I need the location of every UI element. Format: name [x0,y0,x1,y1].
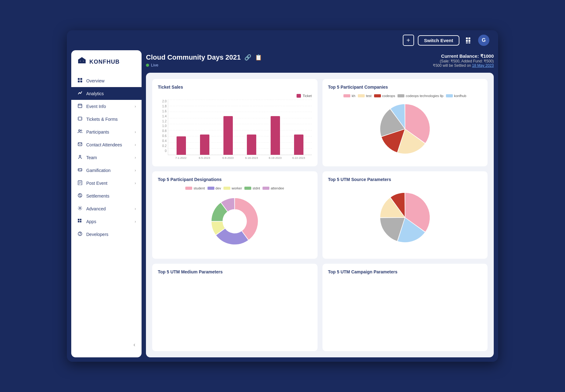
sidebar-item-analytics[interactable]: Analytics [71,87,142,100]
sidebar-item-developers[interactable]: Developers [71,228,142,241]
gamification-chevron: › [135,168,136,173]
tickets-icon [77,116,83,122]
overview-label: Overview [86,78,136,83]
sidebar-item-event-info[interactable]: Event Info › [71,100,142,113]
svg-point-25 [81,169,81,170]
svg-point-18 [79,130,80,131]
user-avatar[interactable]: G [478,35,489,46]
svg-rect-9 [80,78,82,80]
bar [177,136,186,155]
svg-rect-35 [78,221,79,223]
event-copy-button[interactable]: 📋 [255,54,262,61]
svg-rect-11 [80,81,82,82]
sidebar-item-contact-attendees[interactable]: Contact Attendees › [71,138,142,151]
top5-designations-chart: Top 5 Participant Designations studentde… [152,171,318,259]
post-event-chevron: › [135,181,136,185]
top5-utm-campaign-title: Top 5 UTM Campaign Parameters [328,269,482,274]
advanced-icon [77,206,83,212]
sidebar-item-gamification[interactable]: Gamification › [71,164,142,177]
team-chevron: › [135,155,136,160]
legend-item: attendee [262,186,284,190]
top5-utm-medium-title: Top 5 UTM Medium Parameters [158,269,312,274]
top5-designations-title: Top 5 Participant Designations [158,177,312,182]
bar-group [241,135,262,155]
top5-utm-source-chart: Top 5 UTM Source Parameters [322,171,488,259]
sidebar-item-overview[interactable]: Overview [71,74,142,87]
settlements-label: Settlements [86,194,136,198]
companies-legend: khtestcodeopscodeops technologies llpkon… [343,94,466,98]
bar [294,135,303,155]
svg-point-13 [80,93,81,94]
legend-item: stdnt [244,186,260,190]
apps-chevron: › [135,219,136,224]
logo-icon [77,56,87,68]
designations-legend: studentdevworkerstdntattendee [185,186,284,190]
event-info-chevron: › [135,104,136,109]
advanced-label: Advanced [86,206,132,211]
x-label: 7-1-2022 [170,156,191,159]
bar [223,116,233,155]
analytics-icon [77,91,83,96]
team-icon [77,154,83,160]
legend-item: codeops technologies llp [398,94,443,98]
add-button[interactable]: + [403,35,414,46]
svg-point-21 [79,155,81,157]
bar-group [218,116,239,155]
svg-rect-5 [468,42,470,43]
svg-rect-10 [78,81,80,82]
ticket-sales-title: Ticket Sales [158,85,312,90]
top5-designations-donut: studentdevworkerstdntattendee [158,186,312,249]
event-header: Cloud Community Days 2021 🔗 📋 Live Curre… [146,50,494,73]
x-label: 6-19-2023 [265,156,286,159]
sidebar-item-post-event[interactable]: Post Event › [71,177,142,189]
bar-group [288,135,309,155]
top5-utm-campaign-chart: Top 5 UTM Campaign Parameters [322,264,488,351]
post-event-label: Post Event [86,181,132,186]
bar-group [194,135,215,155]
legend-item: kh [343,94,355,98]
sidebar-item-participants[interactable]: Participants › [71,125,142,138]
svg-point-38 [80,235,80,236]
bar [247,135,256,155]
post-event-icon [77,180,83,186]
svg-point-26 [81,170,81,171]
developers-icon [77,231,83,237]
svg-rect-33 [78,219,79,220]
tickets-forms-label: Tickets & Forms [86,117,136,122]
x-label: 6-5-2023 [194,156,215,159]
ticket-sales-chart: Ticket Sales Ticket 2.01.81.61.41.2 1.00… [152,79,318,166]
live-label: Live [151,63,158,67]
top5-utm-source-pie [328,186,482,249]
event-link-button[interactable]: 🔗 [244,54,251,61]
apps-icon [77,218,83,224]
sidebar-item-advanced[interactable]: Advanced › [71,202,142,215]
y-axis: 2.01.81.61.41.2 1.00.80.60.40.20 [158,100,168,159]
contact-attendees-chevron: › [135,143,136,147]
sidebar-item-team[interactable]: Team › [71,151,142,164]
ticket-sales-legend: Ticket [158,94,312,98]
svg-point-12 [79,92,80,93]
settle-date-link[interactable]: 18 May 2023 [472,63,494,68]
gamification-label: Gamification [86,168,132,173]
gamification-icon [77,167,83,173]
sidebar-collapse-button[interactable]: ‹ [71,338,142,352]
balance-sub: (Sale: ₹500, Added Fund: ₹500) [433,59,494,63]
switch-event-button[interactable]: Switch Event [418,35,459,46]
legend-item: test [358,94,372,98]
contact-attendees-label: Contact Attendees [86,142,132,147]
sidebar-item-settlements[interactable]: Settlements [71,189,142,202]
analytics-label: Analytics [86,91,136,96]
sidebar-item-tickets-forms[interactable]: Tickets & Forms [71,113,142,125]
content-area: Ticket Sales Ticket 2.01.81.61.41.2 1.00… [146,73,494,357]
participants-icon [77,129,83,135]
advanced-chevron: › [135,207,136,211]
grid-menu-button[interactable] [463,35,474,46]
participants-chevron: › [135,130,136,134]
ticket-legend-color [297,94,301,98]
sidebar-item-apps[interactable]: Apps › [71,215,142,228]
svg-rect-8 [78,78,80,80]
svg-rect-14 [78,104,82,108]
svg-point-32 [79,208,81,209]
x-label: 6-16-2023 [241,156,262,159]
bar-group [171,136,192,155]
